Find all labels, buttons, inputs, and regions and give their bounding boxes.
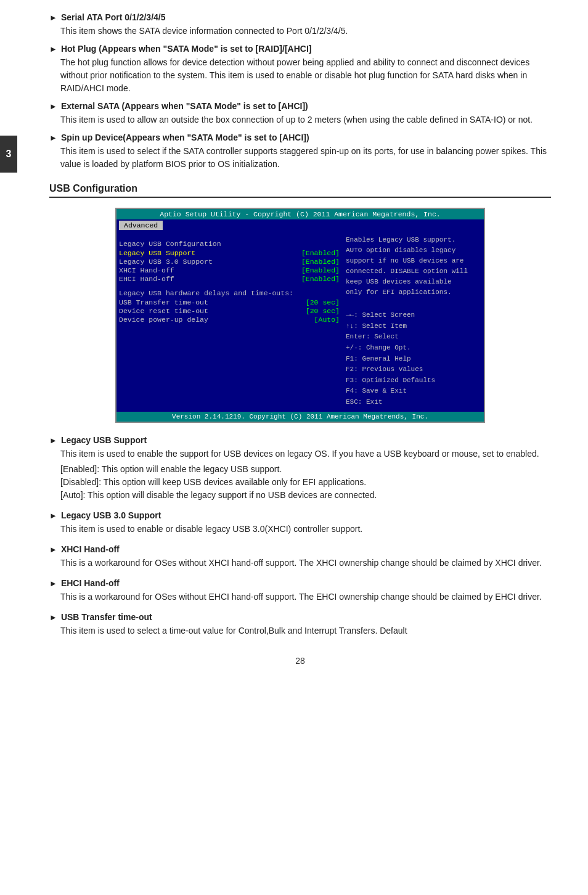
bios-item-value: [Auto]: [314, 316, 340, 324]
bullet-legacy-usb30: ► Legacy USB 3.0 Support This item is us…: [49, 510, 551, 536]
bullet-external-sata: ► External SATA (Appears when "SATA Mode…: [49, 101, 551, 126]
bios-item-name: Device reset time-out: [119, 307, 208, 315]
bullet-serial-ata: ► Serial ATA Port 0/1/2/3/4/5 This item …: [49, 12, 551, 38]
bios-nav: →←: Select Screen ↑↓: Select Item Enter:…: [346, 310, 481, 407]
bios-nav-item: →←: Select Screen: [346, 310, 481, 321]
bios-left-panel: Legacy USB Configuration Legacy USB Supp…: [119, 235, 346, 408]
bios-item-device-reset: Device reset time-out [20 sec]: [119, 307, 340, 315]
bullet-arrow-icon: ►: [49, 13, 57, 22]
bullet-arrow-icon: ►: [49, 436, 57, 445]
bios-item-value: [20 sec]: [306, 307, 340, 315]
bullet-xhci-handoff: ► XHCI Hand-off This is a workaround for…: [49, 544, 551, 570]
bios-nav-item: F2: Previous Values: [346, 364, 481, 375]
bullet-legacy-usb: ► Legacy USB Support This item is used t…: [49, 435, 551, 502]
bullet-arrow-icon: ►: [49, 613, 57, 622]
bios-help-text: Enables Legacy USB support. AUTO option …: [346, 235, 481, 298]
bios-item-legacy-usb-support: Legacy USB Support [Enabled]: [119, 249, 340, 257]
bios-nav-item: ↑↓: Select Item: [346, 321, 481, 332]
bios-body: Legacy USB Configuration Legacy USB Supp…: [116, 231, 484, 412]
bullet-arrow-icon: ►: [49, 102, 57, 111]
bullet-arrow-icon: ►: [49, 44, 57, 54]
bullet-hot-plug: ► Hot Plug (Appears when "SATA Mode" is …: [49, 44, 551, 95]
bios-item-name: XHCI Hand-off: [119, 266, 174, 274]
bios-item-value: [Enabled]: [301, 275, 340, 283]
bios-item-ehci-handoff: EHCI Hand-off [Enabled]: [119, 275, 340, 283]
bullets-bottom: ► Legacy USB Support This item is used t…: [49, 435, 551, 637]
bullet-ehci-handoff: ► EHCI Hand-off This is a workaround for…: [49, 578, 551, 603]
bullet-arrow-icon: ►: [49, 511, 57, 520]
bullet-usb-transfer: ► USB Transfer time-out This item is use…: [49, 612, 551, 637]
bios-item-usb-transfer: USB Transfer time-out [20 sec]: [119, 298, 340, 306]
page-number: 28: [49, 656, 551, 666]
bios-item-name: USB Transfer time-out: [119, 298, 208, 306]
usb-configuration-title: USB Configuration: [49, 183, 551, 198]
page-container: 3 ► Serial ATA Port 0/1/2/3/4/5 This ite…: [0, 0, 588, 895]
bios-screen: Aptio Setup Utility - Copyright (C) 2011…: [115, 208, 485, 423]
bios-item-value: [Enabled]: [301, 258, 340, 266]
bios-item-value: [Enabled]: [301, 266, 340, 274]
bios-section1-label: Legacy USB Configuration: [119, 240, 340, 248]
bios-footer: Version 2.14.1219. Copyright (C) 2011 Am…: [116, 412, 484, 422]
bullet-arrow-icon: ►: [49, 579, 57, 588]
bios-item-value: [Enabled]: [301, 249, 340, 257]
bios-nav-item: +/-: Change Opt.: [346, 343, 481, 354]
bullet-spin-up: ► Spin up Device(Appears when "SATA Mode…: [49, 133, 551, 171]
bios-item-name: Legacy USB Support: [119, 249, 195, 257]
bios-tab-advanced: Advanced: [119, 221, 163, 230]
bios-right-panel: Enables Legacy USB support. AUTO option …: [346, 235, 481, 408]
bios-section2-label: Legacy USB hardware delays and time-outs…: [119, 289, 340, 297]
bios-item-device-power: Device power-up delay [Auto]: [119, 316, 340, 324]
chapter-tab: 3: [0, 136, 17, 173]
bios-item-legacy-usb30: Legacy USB 3.0 Support [Enabled]: [119, 258, 340, 266]
bullet-arrow-icon: ►: [49, 545, 57, 554]
bios-item-name: Device power-up delay: [119, 316, 208, 324]
bios-item-name: EHCI Hand-off: [119, 275, 174, 283]
bios-title-bar: Aptio Setup Utility - Copyright (C) 2011…: [116, 209, 484, 219]
bullets-top: ► Serial ATA Port 0/1/2/3/4/5 This item …: [49, 12, 551, 171]
bios-item-value: [20 sec]: [306, 298, 340, 306]
bios-nav-item: ESC: Exit: [346, 397, 481, 408]
bullet-arrow-icon: ►: [49, 133, 57, 142]
bios-nav-item: Enter: Select: [346, 332, 481, 343]
bios-item-name: Legacy USB 3.0 Support: [119, 258, 213, 266]
bios-nav-item: F4: Save & Exit: [346, 386, 481, 397]
bios-nav-item: F3: Optimized Defaults: [346, 375, 481, 386]
bios-tab-bar: Advanced: [116, 219, 484, 231]
bios-nav-item: F1: General Help: [346, 354, 481, 365]
bios-item-xhci-handoff: XHCI Hand-off [Enabled]: [119, 266, 340, 274]
